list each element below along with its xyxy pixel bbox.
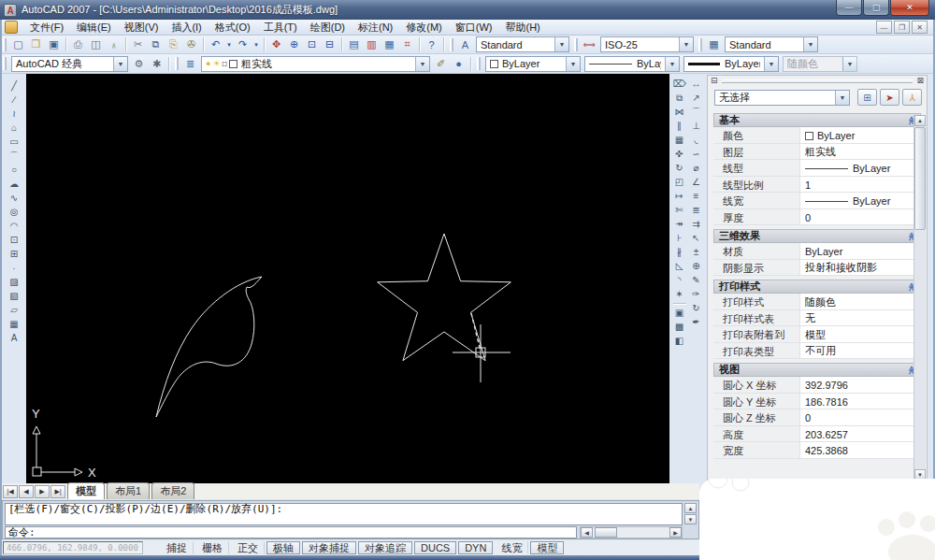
toggle-对象捕捉[interactable]: 对象捕捉 <box>302 541 356 554</box>
new-file-button[interactable]: ▢ <box>9 36 27 52</box>
save-file-button[interactable]: ▣ <box>45 36 63 52</box>
stretch-button[interactable]: ↦ <box>671 189 687 203</box>
dim-style-button[interactable]: ✒ <box>688 315 704 329</box>
menu-item-10[interactable]: 帮助(H) <box>499 20 547 36</box>
dim-ordinate-button[interactable]: ⊥ <box>688 119 704 133</box>
maximize-button[interactable]: ▢ <box>863 0 889 16</box>
copy-button[interactable]: ⧉ <box>147 36 165 52</box>
menu-item-8[interactable]: 修改(M) <box>399 20 449 36</box>
tab-prev-button[interactable]: ◀ <box>19 485 34 498</box>
chevron-down-icon[interactable]: ▼ <box>835 91 849 105</box>
construction-line-button[interactable]: ∕ <box>5 93 23 107</box>
palette-close-icon[interactable]: ⊠ <box>916 77 924 85</box>
property-value[interactable]: 392.9796 <box>799 377 921 394</box>
rotate-button[interactable]: ↻ <box>671 161 687 175</box>
draworder-send-back-button[interactable]: ▩ <box>671 320 687 334</box>
dim-jogged-button[interactable]: ∽ <box>688 147 704 161</box>
toolbar-grip[interactable] <box>3 57 7 70</box>
dim-update-button[interactable]: ↻ <box>688 301 704 315</box>
undo-list-button[interactable]: ▾ <box>224 36 234 52</box>
quick-dimension-button[interactable]: ≡ <box>688 189 704 203</box>
markup-set-manager-button[interactable]: ▥ <box>363 36 381 52</box>
chevron-down-icon[interactable]: ▼ <box>554 37 568 51</box>
property-value[interactable]: 425.3868 <box>799 442 921 459</box>
menu-item-0[interactable]: 文件(F) <box>23 20 70 36</box>
dim-edit-button[interactable]: ✎ <box>688 273 704 287</box>
quick-leader-button[interactable]: ↖ <box>688 231 704 245</box>
workspace-combo[interactable]: AutoCAD 经典 ▼ <box>11 56 128 72</box>
center-mark-button[interactable]: ⊕ <box>688 259 704 273</box>
command-hscrollbar[interactable]: ◀ ▶ <box>580 526 683 538</box>
layer-on-icon[interactable]: ● <box>206 59 210 68</box>
leaf-polyline[interactable] <box>156 277 262 417</box>
property-value[interactable]: 无 <box>799 310 921 327</box>
text-style-combo[interactable]: Standard ▼ <box>476 36 569 52</box>
chevron-down-icon[interactable]: ▼ <box>415 57 429 71</box>
layout-tab-布局1[interactable]: 布局1 <box>107 482 150 499</box>
doc-minimize-button[interactable]: — <box>876 21 892 34</box>
multiline-text-button[interactable]: A <box>5 331 23 345</box>
toolbar-grip[interactable] <box>450 38 453 51</box>
property-value[interactable]: 粗实线 <box>799 144 921 161</box>
property-value[interactable]: ByLayer <box>799 193 921 209</box>
toolbar-grip[interactable] <box>698 38 702 51</box>
arc-button[interactable]: ⌒ <box>5 149 23 163</box>
plot-preview-button[interactable]: ◫ <box>87 36 105 52</box>
menu-item-3[interactable]: 插入(I) <box>165 20 208 36</box>
command-history[interactable]: [栏选(F)/窗交(C)/投影(P)/边(E)/删除(R)/放弃(U)]: <box>5 503 683 525</box>
property-value[interactable]: 203.6257 <box>799 426 921 443</box>
menu-item-1[interactable]: 编辑(E) <box>70 20 118 36</box>
polygon-button[interactable]: ⌂ <box>5 121 23 135</box>
layer-lock-icon[interactable]: ◘ <box>223 59 227 68</box>
dim-style-icon[interactable]: ⟺ <box>581 36 598 52</box>
property-value[interactable]: ByLayer <box>799 243 921 260</box>
property-value[interactable]: 不可用 <box>799 343 921 360</box>
make-block-button[interactable]: ⊞ <box>5 247 23 261</box>
command-window[interactable]: [栏选(F)/窗交(C)/投影(P)/边(E)/删除(R)/放弃(U)]: 命令… <box>2 500 699 539</box>
linetype-combo[interactable]: ByLayer ▼ <box>584 56 680 72</box>
layout-tab-模型[interactable]: 模型 <box>67 482 105 499</box>
property-value[interactable]: 0 <box>799 409 921 426</box>
zoom-previous-button[interactable]: ⊟ <box>321 36 338 52</box>
close-button[interactable]: ✕ <box>890 0 929 16</box>
property-value[interactable]: 随颜色 <box>799 294 921 310</box>
copy-object-button[interactable]: ⧉ <box>671 91 687 105</box>
dim-aligned-button[interactable]: ↗ <box>688 91 704 105</box>
layer-properties-manager-button[interactable]: ≣ <box>181 56 199 72</box>
hatch-button[interactable]: ▨ <box>5 275 23 289</box>
scale-button[interactable]: ◰ <box>671 175 687 189</box>
property-value[interactable]: ByLayer <box>799 160 921 177</box>
palette-grip-bar[interactable]: ⊟ ⊠ <box>708 76 927 86</box>
help-button[interactable]: ? <box>423 36 440 52</box>
menu-item-2[interactable]: 视图(V) <box>118 20 165 36</box>
workspace-settings-button[interactable]: ⚙ <box>130 56 148 72</box>
erase-button[interactable]: ⌦ <box>671 77 687 91</box>
revision-cloud-button[interactable]: ☁ <box>5 177 23 191</box>
palette-section-header-0[interactable]: 基本≪ <box>713 113 921 127</box>
palette-scrollbar[interactable]: ▲ ▼ <box>913 115 926 481</box>
zoom-window-button[interactable]: ⊡ <box>303 36 321 52</box>
property-value[interactable]: 1 <box>799 177 921 194</box>
redo-button[interactable]: ↷ <box>234 36 252 52</box>
dim-radius-button[interactable]: ◟ <box>688 133 704 147</box>
toolbar-grip[interactable] <box>175 57 179 70</box>
extend-button[interactable]: ↠ <box>671 217 687 231</box>
chamfer-button[interactable]: ◺ <box>671 259 687 273</box>
toggle-栅格[interactable]: 栅格 <box>195 541 229 554</box>
tab-next-button[interactable]: ▶ <box>35 485 50 498</box>
minimize-button[interactable]: — <box>836 0 862 16</box>
tab-last-button[interactable]: ▶| <box>50 485 65 498</box>
chevron-down-icon[interactable]: ▼ <box>803 37 817 51</box>
toggle-极轴[interactable]: 极轴 <box>266 541 300 554</box>
toggle-DUCS[interactable]: DUCS <box>414 541 456 554</box>
layout-tab-布局2[interactable]: 布局2 <box>151 482 194 499</box>
toggle-正交[interactable]: 正交 <box>231 541 265 554</box>
match-properties-button[interactable]: ✇ <box>182 36 200 52</box>
tolerance-button[interactable]: ± <box>688 245 704 259</box>
toolbar-grip[interactable] <box>574 38 578 51</box>
gradient-button[interactable]: ▧ <box>5 289 23 303</box>
chevron-down-icon[interactable]: ▼ <box>679 37 693 51</box>
star-polyline[interactable] <box>378 234 511 361</box>
menu-item-6[interactable]: 绘图(D) <box>304 20 352 36</box>
toggle-线宽[interactable]: 线宽 <box>495 541 528 554</box>
